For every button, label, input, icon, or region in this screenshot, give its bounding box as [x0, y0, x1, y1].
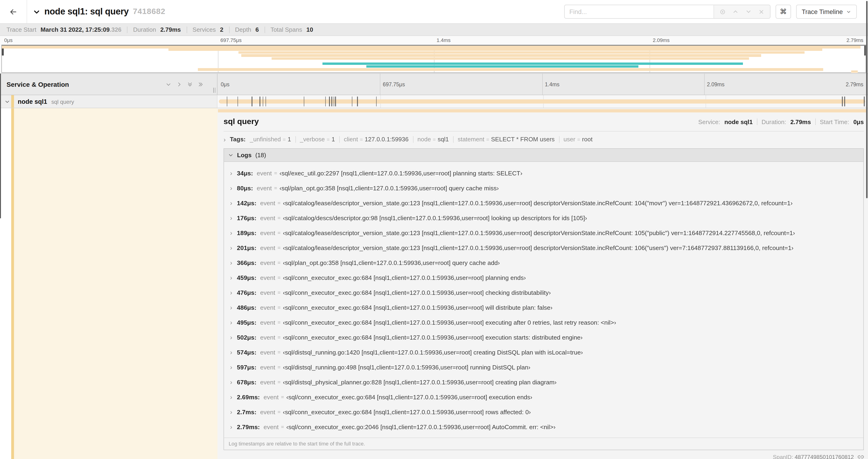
log-timestamp: 34μs:	[237, 170, 253, 176]
total-spans-label: Total Spans	[271, 26, 302, 33]
span-duration-bar[interactable]	[219, 99, 865, 104]
minimap-span	[241, 54, 761, 57]
chevron-right-icon[interactable]: ›	[230, 274, 232, 281]
log-row[interactable]: ›201μs:event=‹sql/catalog/lease/descript…	[224, 240, 863, 255]
span-row[interactable]: node sql1sql query	[0, 95, 868, 108]
tags-toggle-row[interactable]: › Tags: _unfinished=1_verbose=1client=12…	[223, 136, 864, 143]
log-row[interactable]: ›2.79ms:event=‹sql/conn_executor_exec.go…	[224, 419, 863, 434]
log-event-value: ‹sql/distsql_physical_planner.go:828 [ns…	[283, 379, 557, 386]
equals-sign: =	[278, 320, 281, 325]
equals-sign: =	[281, 394, 284, 400]
log-row[interactable]: ›678μs:event=‹sql/distsql_physical_plann…	[224, 374, 863, 390]
find-prev-button[interactable]	[731, 7, 740, 16]
trace-view-selector[interactable]: Trace Timeline	[796, 5, 857, 19]
log-timestamp: 189μs:	[237, 229, 256, 236]
chevron-right-icon[interactable]: ›	[230, 259, 232, 266]
chevron-down-icon[interactable]	[5, 99, 10, 104]
log-tick-mark	[376, 97, 377, 106]
log-row[interactable]: ›176μs:event=‹sql/catalog/descs/descript…	[224, 210, 863, 225]
ruler-divider	[542, 74, 542, 95]
chevron-right-icon[interactable]: ›	[230, 289, 232, 296]
back-button[interactable]	[0, 0, 27, 23]
chevron-right-icon[interactable]: ›	[230, 170, 232, 176]
log-row[interactable]: ›597μs:event=‹sql/distsql_running.go:498…	[224, 360, 863, 374]
equals-sign: =	[281, 424, 284, 430]
log-row[interactable]: ›502μs:event=‹sql/conn_executor_exec.go:…	[224, 330, 863, 345]
tag-key: client	[344, 136, 358, 143]
equals-sign: =	[278, 230, 281, 236]
chevron-right-icon[interactable]: ›	[230, 319, 232, 326]
keyboard-shortcuts-button[interactable]: ⌘	[776, 5, 791, 19]
log-timestamp: 502μs:	[237, 334, 256, 341]
tag-key: _verbose	[300, 136, 325, 143]
collapse-one-button[interactable]	[165, 81, 172, 88]
log-row[interactable]: ›142μs:event=‹sql/catalog/lease/descript…	[224, 195, 863, 210]
locate-span-button[interactable]	[718, 7, 727, 16]
tag-value: 1	[288, 136, 291, 143]
chevron-right-icon[interactable]: ›	[230, 408, 232, 415]
chevron-right-icon[interactable]: ›	[230, 364, 232, 370]
duration-label: Duration	[133, 26, 156, 33]
chevron-right-icon[interactable]: ›	[230, 394, 232, 400]
timeline-collapse-controls	[165, 81, 204, 88]
detail-accent-bar	[218, 109, 866, 112]
clear-find-button[interactable]	[757, 7, 766, 16]
arrow-left-icon	[9, 7, 18, 16]
log-event-value: ‹sql/conn_executor_exec.go:684 [nsql1,cl…	[283, 319, 616, 326]
overview-minimap[interactable]	[1, 45, 866, 73]
log-timestamp: 597μs:	[237, 364, 256, 371]
equals-sign: =	[274, 185, 277, 191]
log-row[interactable]: ›495μs:event=‹sql/conn_executor_exec.go:…	[224, 315, 863, 330]
log-row[interactable]: ›2.7ms:event=‹sql/conn_executor_exec.go:…	[224, 404, 863, 419]
chevron-right-icon[interactable]: ›	[230, 304, 232, 311]
find-input[interactable]	[565, 5, 714, 18]
ruler-tick-label: 2.79ms	[846, 81, 863, 87]
equals-sign: =	[278, 334, 281, 340]
log-row[interactable]: ›574μs:event=‹sql/distsql_running.go:142…	[224, 345, 863, 360]
ruler-tick-label: 697.75μs	[220, 37, 242, 43]
find-next-button[interactable]	[744, 7, 753, 16]
chevron-right-icon[interactable]: ›	[230, 424, 232, 430]
log-row[interactable]: ›486μs:event=‹sql/conn_executor_exec.go:…	[224, 300, 863, 315]
equals-sign: =	[278, 379, 281, 385]
column-resize-grip[interactable]	[213, 88, 216, 93]
expand-all-button[interactable]	[197, 81, 204, 88]
chevron-right-icon[interactable]: ›	[230, 215, 232, 221]
collapse-trace-chevron[interactable]	[33, 8, 40, 15]
chevron-down-icon	[33, 8, 40, 15]
ruler-tick-label: 2.09ms	[653, 37, 670, 43]
log-row[interactable]: ›2.69ms:event=‹sql/conn_executor_exec.go…	[224, 390, 863, 404]
span-service-name: node sql1sql query	[18, 98, 74, 105]
span-name-cell[interactable]: node sql1sql query	[0, 95, 217, 108]
chevron-right-icon[interactable]: ›	[230, 185, 232, 191]
chevron-right-icon[interactable]: ›	[230, 334, 232, 340]
log-row[interactable]: ›34μs:event=‹sql/exec_util.go:2297 [nsql…	[224, 166, 863, 181]
deep-link-icon[interactable]	[858, 454, 864, 459]
log-timestamp: 476μs:	[237, 289, 256, 296]
log-row[interactable]: ›476μs:event=‹sql/conn_executor_exec.go:…	[224, 285, 863, 300]
chevron-right-icon[interactable]: ›	[230, 349, 232, 355]
chevron-right-icon[interactable]: ›	[230, 244, 232, 251]
log-row[interactable]: ›80μs:event=‹sql/plan_opt.go:358 [nsql1,…	[224, 181, 863, 195]
collapse-all-button[interactable]	[187, 81, 193, 88]
duration-value: 2.79ms	[160, 26, 181, 33]
vertical-scrollbar[interactable]	[866, 1, 868, 198]
log-row[interactable]: ›459μs:event=‹sql/conn_executor_exec.go:…	[224, 270, 863, 285]
chevron-right-icon[interactable]: ›	[230, 200, 232, 206]
left-scrollbar[interactable]	[0, 74, 1, 218]
chevron-right-icon[interactable]: ›	[230, 379, 232, 385]
expand-one-button[interactable]	[176, 81, 183, 88]
equals-sign: =	[278, 275, 281, 280]
detail-header-info: Service:node sql1 Duration:2.79ms Start …	[698, 118, 864, 125]
log-event-key: event	[260, 319, 275, 326]
divider	[559, 136, 559, 142]
log-row[interactable]: ›366μs:event=‹sql/plan_opt.go:358 [nsql1…	[224, 255, 863, 270]
trace-overview: 0μs697.75μs1.4ms2.09ms2.79ms	[0, 36, 868, 73]
chevron-right-icon[interactable]: ›	[230, 230, 232, 236]
logs-label: Logs	[237, 152, 251, 159]
logs-toggle-header[interactable]: Logs (18)	[224, 149, 863, 162]
log-row[interactable]: ›189μs:event=‹sql/catalog/lease/descript…	[224, 225, 863, 240]
minimap-right-scrubber[interactable]	[864, 46, 866, 56]
log-timestamp: 574μs:	[237, 349, 256, 356]
log-event-value: ‹sql/distsql_running.go:1420 [nsql1,clie…	[283, 349, 583, 356]
